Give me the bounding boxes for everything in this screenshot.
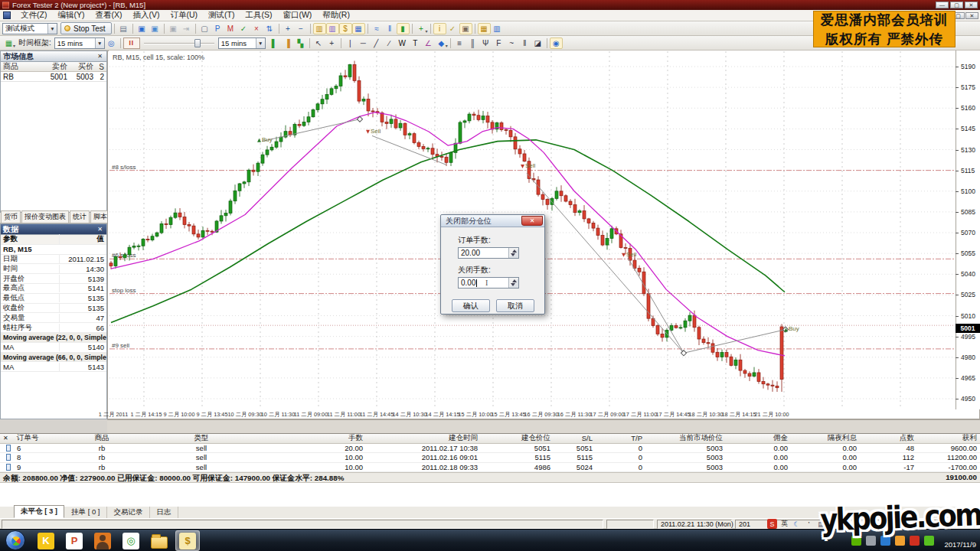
paint-icon[interactable]: ◉ <box>550 37 563 49</box>
cancel-button[interactable]: 取消 <box>496 299 534 312</box>
stop-test-button[interactable]: Stop Test <box>60 22 112 34</box>
channel-icon[interactable]: ‖ <box>518 37 531 49</box>
menu-item[interactable]: 订单(U) <box>165 9 203 21</box>
paste-icon[interactable]: ▣ <box>167 23 180 34</box>
vertical-line-icon[interactable]: | <box>344 37 357 49</box>
minimize-button[interactable]: — <box>936 2 949 8</box>
ime-lang-icon[interactable]: 英 <box>779 519 789 529</box>
orders-column-5[interactable]: 建仓价位 <box>481 433 554 443</box>
orders-column-9[interactable]: 佣金 <box>726 433 791 443</box>
pending-order-icon[interactable]: P <box>211 23 224 34</box>
start-button[interactable] <box>5 530 25 550</box>
menu-item[interactable]: 窗口(W) <box>277 9 317 21</box>
wave-tool-icon[interactable]: W <box>396 37 409 49</box>
pitchfork-icon[interactable]: Ψ <box>479 37 492 49</box>
step-candle-icon[interactable]: ▚ <box>294 37 307 49</box>
bottom-tab-3[interactable]: 日志 <box>151 507 178 518</box>
taskbar-app-folder[interactable] <box>147 530 172 551</box>
order-row[interactable]: 9rbsell10.002011.02.18 09:33498650240500… <box>0 463 980 473</box>
ime-logo-icon[interactable]: S <box>767 519 777 529</box>
menu-item[interactable]: 文件(Z) <box>15 9 52 21</box>
menu-item[interactable]: 测试(T) <box>203 9 240 21</box>
confirm-button[interactable]: 确认 <box>452 299 490 312</box>
zoom-in-icon[interactable]: + <box>282 23 295 34</box>
tray-icon-0[interactable] <box>851 536 861 546</box>
speed-slider[interactable] <box>144 38 214 48</box>
test-mode-select[interactable]: 测试模式▼ <box>2 23 57 34</box>
layout-icon[interactable]: ▦ <box>478 23 491 34</box>
fibo-icon[interactable]: F <box>492 37 505 49</box>
ime-punct-icon[interactable]: ’ <box>804 519 814 529</box>
chart-shift-icon[interactable]: ▤ <box>117 23 130 34</box>
copy-chart-icon[interactable]: ▣ <box>149 23 162 34</box>
data-window-icon[interactable]: ▥ <box>326 23 339 34</box>
left-tab-1[interactable]: 报价变动图表 <box>21 210 69 223</box>
info-icon[interactable]: i <box>433 23 446 34</box>
tile-windows-icon[interactable]: ▥ <box>491 23 504 34</box>
menu-item[interactable]: 帮助(R) <box>317 9 355 21</box>
notes-icon[interactable]: ✓ <box>446 23 459 34</box>
zoom-out-icon[interactable]: − <box>295 23 308 34</box>
dialog-title-bar[interactable]: 关闭部分仓位 ✕ <box>441 215 544 227</box>
tray-icon-4[interactable] <box>910 536 920 546</box>
left-tab-2[interactable]: 统计 <box>70 210 90 223</box>
close-icon[interactable]: ✕ <box>96 53 104 60</box>
taskbar-date[interactable]: 2017/11/9 <box>944 540 976 549</box>
line-chart-icon[interactable]: ≈ <box>371 23 384 34</box>
trendline-icon[interactable]: ╱ <box>370 37 383 49</box>
bottom-tab-2[interactable]: 交易记录 <box>108 507 150 518</box>
dialog-close-button[interactable]: ✕ <box>521 216 543 226</box>
market-order-icon[interactable]: M <box>224 23 237 34</box>
tray-icon-5[interactable] <box>924 536 934 546</box>
orders-column-1[interactable]: 商品 <box>52 433 152 443</box>
new-chart-icon[interactable]: ▦ <box>2 37 15 49</box>
orders-column-10[interactable]: 隔夜利息 <box>791 433 860 443</box>
order-lots-input[interactable]: 20.00 <box>458 247 519 259</box>
spinner-icon[interactable] <box>508 248 518 258</box>
account-history-icon[interactable]: $ <box>339 23 352 34</box>
add-indicator-icon[interactable]: + <box>415 23 428 34</box>
angle-tool-icon[interactable]: ∠ <box>422 37 435 49</box>
bottom-tab-1[interactable]: 挂单 [ 0 ] <box>65 507 106 518</box>
eraser-icon[interactable]: ◪ <box>531 37 544 49</box>
pause-test-button[interactable]: II <box>123 37 140 49</box>
confirm-order-icon[interactable]: ✓ <box>237 23 250 34</box>
orders-column-4[interactable]: 建仓时间 <box>366 433 481 443</box>
orders-close-icon[interactable]: ✕ <box>0 435 14 442</box>
restore-button[interactable]: ▢ <box>950 2 963 8</box>
candle-chart-icon[interactable]: ▮ <box>397 23 410 34</box>
orders-column-3[interactable]: 手数 <box>251 433 366 443</box>
close-button[interactable]: ✕ <box>965 2 978 8</box>
text-tool-icon[interactable]: T <box>409 37 422 49</box>
horizontal-line-icon[interactable]: ─ <box>357 37 370 49</box>
tray-icon-2[interactable] <box>880 536 890 546</box>
menu-item[interactable]: 插入(V) <box>127 9 165 21</box>
left-tab-0[interactable]: 货币 <box>1 210 21 223</box>
close-icon[interactable]: ✕ <box>96 226 104 233</box>
shapes-icon[interactable]: ◆ <box>435 37 448 49</box>
step-timeframe-select[interactable]: 15 mins▼ <box>218 37 266 49</box>
order-row[interactable]: 8rbsell10.002011.02.16 09:01511551150500… <box>0 453 980 463</box>
taskbar-app-avatar[interactable] <box>90 530 115 551</box>
menu-item[interactable]: 编辑(Y) <box>52 9 90 21</box>
taskbar-app-money[interactable]: $ <box>175 530 200 551</box>
orders-column-6[interactable]: S/L <box>554 434 596 442</box>
slider-thumb[interactable] <box>194 39 201 47</box>
new-order-icon[interactable]: ▢ <box>198 23 211 34</box>
taskbar-app-powerpoint[interactable]: P <box>62 530 87 551</box>
crosshair-icon[interactable]: + <box>325 37 338 49</box>
close-lots-input[interactable]: 0.00 <box>458 277 519 289</box>
market-row[interactable]: RB500150032 <box>1 72 106 82</box>
orders-column-7[interactable]: T/P <box>596 434 645 442</box>
fibo-time-icon[interactable]: ║ <box>466 37 479 49</box>
wave-icon[interactable]: ~ <box>505 37 518 49</box>
step-back-icon[interactable]: ▌ <box>268 37 281 49</box>
step-forward-icon[interactable]: ▐ <box>281 37 294 49</box>
taskbar-app-k[interactable]: K <box>34 530 58 551</box>
menu-item[interactable]: 查看(X) <box>90 9 127 21</box>
timeframe-select[interactable]: 15 mins▼ <box>54 37 105 49</box>
modify-order-icon[interactable]: ⇅ <box>263 23 276 34</box>
market-watch-icon[interactable]: ▥ <box>313 23 326 34</box>
orders-column-2[interactable]: 类型 <box>152 433 251 443</box>
mdi-close-button[interactable]: ✕ <box>965 12 978 19</box>
